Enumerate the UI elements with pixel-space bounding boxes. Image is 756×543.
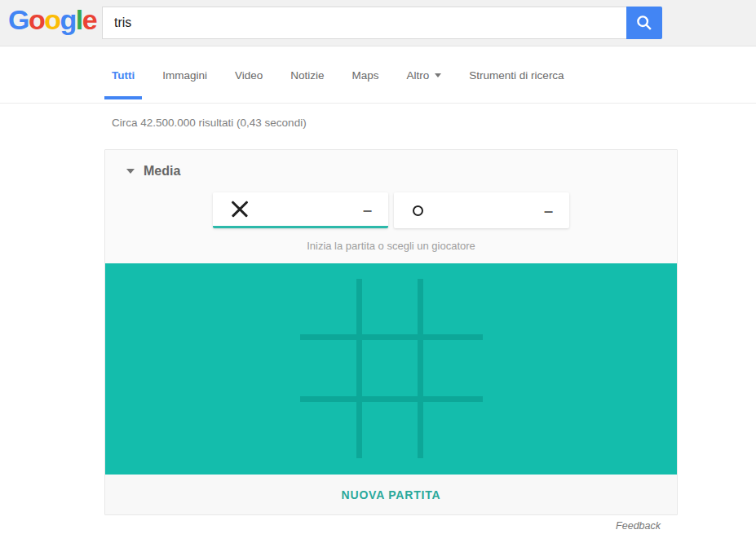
tic-tac-toe-board — [105, 263, 677, 475]
board-cell[interactable] — [300, 274, 357, 332]
tab-notizie[interactable]: Notizie — [290, 46, 324, 104]
game-footer: NUOVA PARTITA — [105, 475, 677, 514]
search-icon — [635, 14, 653, 32]
board-cell[interactable] — [426, 401, 483, 459]
tab-tutti[interactable]: Tutti — [112, 46, 135, 104]
logo-letter: o — [29, 4, 44, 35]
board-cells — [300, 274, 483, 459]
player-x-score: – — [363, 201, 372, 218]
media-game-card: Media – – Inizia la partita o scegli un … — [104, 149, 678, 515]
o-symbol-icon — [413, 205, 423, 216]
logo-letter: o — [44, 4, 60, 35]
board-cell[interactable] — [300, 338, 357, 395]
result-stats: Circa 42.500.000 risultati (0,43 secondi… — [112, 117, 307, 129]
tab-list: Tutti Immagini Video Notizie Maps Altro … — [112, 46, 756, 104]
search-button[interactable] — [626, 7, 662, 39]
media-section-title: Media — [144, 164, 180, 179]
logo-letter: G — [8, 4, 29, 35]
player-o-card[interactable]: – — [394, 192, 569, 228]
search-input[interactable] — [102, 7, 626, 39]
logo-letter: g — [60, 4, 76, 35]
google-logo[interactable]: Google — [8, 4, 96, 36]
chevron-down-icon — [435, 73, 441, 77]
board-cell[interactable] — [363, 274, 420, 332]
logo-letter: e — [82, 4, 96, 35]
board-cell[interactable] — [300, 401, 357, 459]
board-cell[interactable] — [426, 274, 483, 332]
top-search-bar: Google — [0, 0, 756, 46]
feedback-link[interactable]: Feedback — [104, 520, 661, 532]
tab-altro[interactable]: Altro — [407, 46, 442, 104]
new-game-button[interactable]: NUOVA PARTITA — [342, 488, 441, 501]
collapse-triangle-icon — [126, 169, 135, 174]
x-symbol-icon — [232, 201, 248, 218]
player-o-score: – — [544, 202, 553, 219]
player-x-card[interactable]: – — [213, 192, 388, 228]
tab-immagini[interactable]: Immagini — [162, 46, 207, 104]
tab-altro-label: Altro — [407, 69, 430, 82]
board-cell[interactable] — [426, 338, 483, 395]
tab-maps[interactable]: Maps — [352, 46, 379, 104]
tab-video[interactable]: Video — [235, 46, 263, 104]
tab-strumenti-di-ricerca[interactable]: Strumenti di ricerca — [469, 46, 564, 104]
board-cell[interactable] — [363, 338, 420, 395]
board-cell[interactable] — [363, 401, 420, 459]
media-section-toggle[interactable]: Media — [126, 164, 677, 179]
player-score-row: – – — [105, 192, 677, 228]
logo-letter: l — [76, 4, 82, 35]
results-nav: Tutti Immagini Video Notizie Maps Altro … — [0, 46, 756, 104]
game-hint-text: Inizia la partita o scegli un giocatore — [105, 240, 677, 252]
